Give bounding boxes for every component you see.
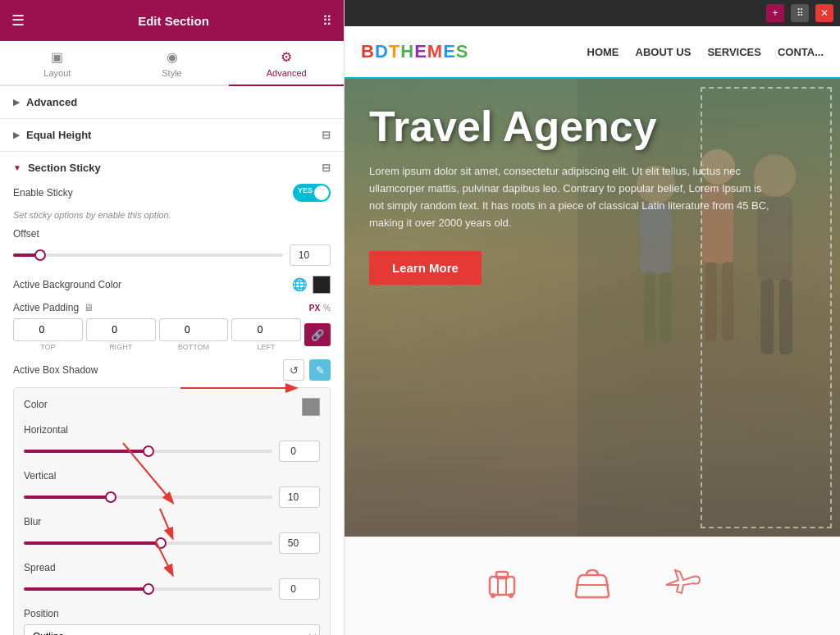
grid-icon[interactable]: ⠿ [322,13,332,29]
monitor-icon: 🖥 [84,302,94,313]
shadow-blur-slider-row: 50 [24,532,320,554]
padding-top-input[interactable]: 0 [13,318,83,341]
shadow-spread-track[interactable] [24,587,272,591]
logo-letter-e1: E [414,41,427,62]
shadow-horizontal-track[interactable] [24,450,272,453]
padding-left-wrap: 0 LEFT [231,318,301,351]
active-padding-label: Active Padding 🖥 [13,302,94,313]
hero-cta-button[interactable]: Learn More [369,251,482,285]
enable-sticky-label: Enable Sticky [13,187,73,199]
padding-right-input[interactable]: 0 [86,318,156,341]
tab-layout[interactable]: ▣ Layout [0,41,115,86]
shadow-vertical-track[interactable] [24,496,272,499]
dots-button[interactable]: ⠿ [791,4,809,22]
percent-unit[interactable]: % [323,304,331,313]
edit-panel: ☰ Edit Section ⠿ ▣ Layout ◉ Style ⚙ Adva… [0,0,345,635]
preview-topbar: + ⠿ ✕ [345,0,840,26]
shadow-horizontal-label: Horizontal [24,424,320,436]
svg-point-26 [509,593,514,598]
preview-footer [345,537,840,635]
add-button[interactable]: + [766,4,784,22]
tab-style[interactable]: ◉ Style [115,41,230,86]
hamburger-icon[interactable]: ☰ [11,11,25,30]
shadow-position-select[interactable]: Outline Inset [24,624,320,635]
logo-letter-d: D [375,41,389,62]
color-globe-icon[interactable]: 🌐 [292,277,308,292]
close-button[interactable]: ✕ [815,4,833,22]
shadow-actions: ↺ ✎ [283,359,331,381]
style-icon: ◉ [167,49,178,65]
nav-services[interactable]: SERVICES [707,46,761,58]
active-bg-color-swatch[interactable] [313,276,331,294]
tab-layout-label: Layout [43,68,71,78]
shadow-spread-field: Spread 0 [24,562,320,600]
section-sticky-header[interactable]: ▼ Section Sticky ⊟ [0,152,344,184]
tab-advanced[interactable]: ⚙ Advanced [229,41,344,86]
shadow-vertical-slider-row: 10 [24,487,320,508]
shadow-color-swatch[interactable] [302,398,320,416]
hero-section: Travel Agency Lorem ipsum dolor sit amet… [345,79,840,537]
padding-right-wrap: 0 RIGHT [86,318,156,351]
shadow-vertical-fill [24,496,111,499]
logo-letter-e2: E [443,41,456,62]
shadow-horizontal-thumb[interactable] [143,445,154,457]
selection-box [701,87,832,528]
shadow-vertical-thumb[interactable] [105,491,116,503]
padding-bottom-input[interactable]: 0 [159,318,229,341]
link-padding-button[interactable]: 🔗 [304,323,331,346]
advanced-accordion-header[interactable]: ▶ Advanced [0,86,344,118]
shadow-horizontal-field: Horizontal 0 [24,424,320,462]
shadow-blur-input[interactable]: 50 [279,532,320,554]
equal-height-accordion-header[interactable]: ▶ Equal Height ⊟ [0,119,344,151]
nav-contact[interactable]: CONTA... [778,46,824,58]
preview-nav: BDTHEMES HOME ABOUT US SERVICES CONTA... [345,26,840,79]
toggle-yes-label: YES [298,186,313,194]
panel-header: ☰ Edit Section ⠿ [0,0,344,41]
offset-input[interactable]: 10 [290,244,331,266]
shadow-spread-thumb[interactable] [143,583,154,595]
shadow-horizontal-slider-row: 0 [24,441,320,462]
equal-height-extra-icon: ⊟ [322,129,331,141]
logo-letter-b: B [361,41,375,62]
padding-left-input[interactable]: 0 [231,318,301,341]
section-sticky-section: ▼ Section Sticky ⊟ Enable Sticky YES Set… [0,152,344,635]
svg-rect-21 [490,577,514,595]
color-controls: 🌐 [292,276,331,294]
logo-letter-s: S [456,41,469,62]
unit-labels: PX % [309,304,331,313]
shadow-horizontal-input[interactable]: 0 [279,441,320,462]
shadow-color-label: Color [24,399,48,410]
shadow-spread-label: Spread [24,562,320,573]
equal-height-label: Equal Height [26,129,91,141]
shadow-blur-thumb[interactable] [155,537,167,549]
logo-letter-h: H [400,41,414,62]
enable-sticky-toggle[interactable]: YES [293,184,331,202]
shadow-horizontal-fill [24,450,148,453]
advanced-chevron-icon: ▶ [13,98,20,107]
advanced-icon: ⚙ [281,49,292,65]
shadow-spread-input[interactable]: 0 [279,578,320,600]
shadow-vertical-label: Vertical [24,470,320,482]
shadow-vertical-input[interactable]: 10 [279,487,320,508]
tab-style-label: Style [162,68,181,78]
preview-panel: + ⠿ ✕ BDTHEMES HOME ABOUT US SERVICES CO… [345,0,840,635]
equal-height-section: ▶ Equal Height ⊟ [0,119,344,152]
nav-about[interactable]: ABOUT US [636,46,692,58]
offset-label: Offset [13,228,331,240]
shadow-reset-button[interactable]: ↺ [283,359,304,381]
offset-slider-track[interactable] [13,254,283,257]
sticky-body: Enable Sticky YES Set sticky options by … [0,184,344,635]
shadow-color-row: Color [24,398,320,416]
shadow-blur-track[interactable] [24,541,272,545]
tab-advanced-label: Advanced [267,68,307,78]
shadow-position-field: Position Outline Inset [24,608,320,635]
shadow-edit-button[interactable]: ✎ [309,359,331,381]
nav-home[interactable]: HOME [587,46,619,58]
advanced-label: Advanced [26,96,77,108]
shadow-position-label: Position [24,608,320,619]
padding-inputs: 0 TOP 0 RIGHT 0 BOTTOM 0 LEFT [13,318,331,351]
offset-slider-thumb[interactable] [34,249,46,261]
px-unit[interactable]: PX [309,304,320,313]
shadow-spread-fill [24,587,148,591]
logo-letter-m: M [427,41,443,62]
